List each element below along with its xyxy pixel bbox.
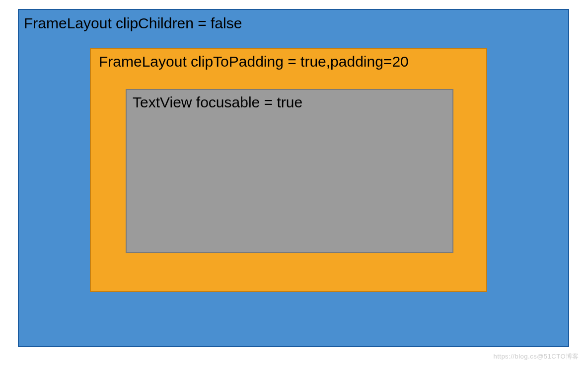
middle-framelayout-box: FrameLayout clipToPadding = true,padding… bbox=[90, 48, 487, 292]
outer-framelayout-box: FrameLayout clipChildren = false FrameLa… bbox=[18, 9, 569, 347]
inner-textview-label: TextView focusable = true bbox=[133, 94, 302, 111]
inner-textview-box: TextView focusable = true bbox=[126, 89, 453, 253]
middle-framelayout-label: FrameLayout clipToPadding = true,padding… bbox=[99, 53, 409, 70]
outer-framelayout-label: FrameLayout clipChildren = false bbox=[24, 15, 242, 32]
watermark-text: https://blog.cs@51CTO博客 bbox=[493, 352, 579, 361]
